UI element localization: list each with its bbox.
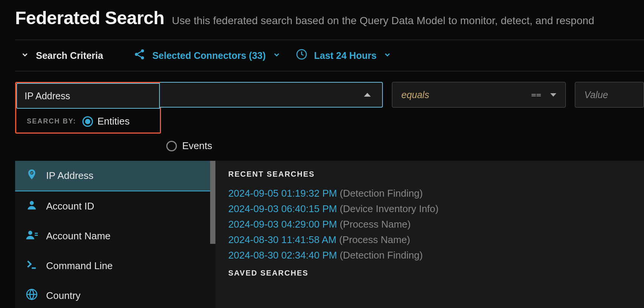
search-criteria-toggle[interactable]: Search Criteria (21, 50, 103, 61)
svg-line-3 (138, 52, 141, 54)
recent-search-item[interactable]: 2024-08-30 02:34:40 PM (Detection Findin… (228, 249, 631, 261)
svg-point-1 (135, 53, 138, 56)
ip-pin-icon: IP (26, 168, 38, 183)
recent-searches-label: RECENT SEARCHES (228, 170, 631, 179)
entity-item-country[interactable]: Country (15, 281, 215, 308)
recent-time: 2024-08-30 11:41:58 AM (228, 234, 336, 245)
value-placeholder: Value (584, 89, 608, 100)
time-range-label: Last 24 Hours (314, 50, 376, 61)
entity-item-label: Account ID (46, 200, 94, 212)
globe-icon (26, 288, 38, 303)
search-criteria-label: Search Criteria (36, 50, 103, 61)
chevron-down-icon (21, 50, 29, 61)
entity-item-account-id[interactable]: Account ID (15, 191, 215, 221)
search-by-label: SEARCH BY: (27, 117, 76, 125)
time-range-selector[interactable]: Last 24 Hours (296, 49, 392, 62)
recent-search-item[interactable]: 2024-08-30 11:41:58 AM (Process Name) (228, 234, 631, 246)
recent-type: (Process Name) (339, 234, 410, 245)
svg-point-0 (141, 49, 144, 52)
operator-dropdown[interactable]: equals == (392, 82, 566, 108)
user-badge-icon (26, 229, 38, 243)
radio-entities[interactable]: Entities (82, 116, 130, 127)
radio-entities-label: Entities (98, 116, 130, 127)
entity-field-dropdown-ext[interactable] (160, 82, 383, 108)
radio-icon (166, 141, 177, 151)
recent-time: 2024-09-03 04:29:00 PM (228, 219, 337, 230)
entity-item-label: Account Name (46, 230, 111, 242)
recent-type: (Process Name) (340, 219, 411, 230)
dropdown-panel: IP IP Address Account ID Account Name (15, 161, 644, 308)
recent-search-item[interactable]: 2024-09-03 06:40:15 PM (Device Inventory… (228, 203, 631, 215)
user-icon (26, 199, 38, 214)
entity-item-command-line[interactable]: Command Line (15, 251, 215, 281)
chevron-down-icon (383, 50, 392, 61)
caret-up-icon (364, 93, 371, 97)
operator-symbol: == (531, 90, 542, 100)
operator-label: equals (401, 89, 429, 100)
entity-item-label: Command Line (46, 260, 113, 272)
share-icon (133, 48, 146, 63)
recent-type: (Device Inventory Info) (340, 203, 439, 214)
svg-point-9 (28, 231, 33, 235)
recent-search-item[interactable]: 2024-09-03 04:29:00 PM (Process Name) (228, 219, 631, 230)
recent-type: (Detection Finding) (340, 188, 423, 199)
value-input[interactable]: Value (575, 82, 644, 108)
terminal-icon (26, 259, 38, 273)
recent-time: 2024-08-30 02:34:40 PM (228, 249, 337, 261)
chevron-down-icon (272, 50, 281, 61)
svg-point-8 (30, 201, 34, 205)
radio-icon (82, 116, 93, 127)
scrollbar[interactable] (210, 161, 215, 244)
connectors-selector[interactable]: Selected Connectors (33) (133, 48, 281, 63)
entity-item-ip-address[interactable]: IP IP Address (15, 161, 215, 191)
page-subtitle: Use this federated search based on the Q… (172, 15, 594, 27)
entity-field-value: IP Address (25, 91, 70, 102)
recent-time: 2024-09-03 06:40:15 PM (228, 203, 337, 214)
radio-events[interactable]: Events (166, 140, 383, 152)
svg-line-4 (138, 55, 141, 57)
highlighted-region: IP Address SEARCH BY: Entities (15, 82, 161, 134)
recent-type: (Detection Finding) (340, 249, 423, 261)
svg-point-2 (141, 56, 144, 59)
recent-time: 2024-09-05 01:19:32 PM (228, 188, 337, 199)
saved-searches-label: SAVED SEARCHES (228, 269, 631, 277)
entity-item-account-name[interactable]: Account Name (15, 221, 215, 251)
page-title: Federated Search (15, 8, 164, 28)
entity-field-dropdown[interactable]: IP Address (16, 83, 160, 109)
connectors-label: Selected Connectors (33) (152, 50, 266, 61)
entity-item-label: IP Address (46, 170, 93, 182)
entity-item-label: Country (46, 290, 80, 302)
clock-icon (296, 49, 307, 62)
svg-text:IP: IP (31, 172, 33, 174)
entity-list[interactable]: IP IP Address Account ID Account Name (15, 161, 215, 308)
recent-search-item[interactable]: 2024-09-05 01:19:32 PM (Detection Findin… (228, 188, 631, 199)
caret-down-icon (550, 93, 556, 97)
radio-events-label: Events (182, 140, 212, 152)
